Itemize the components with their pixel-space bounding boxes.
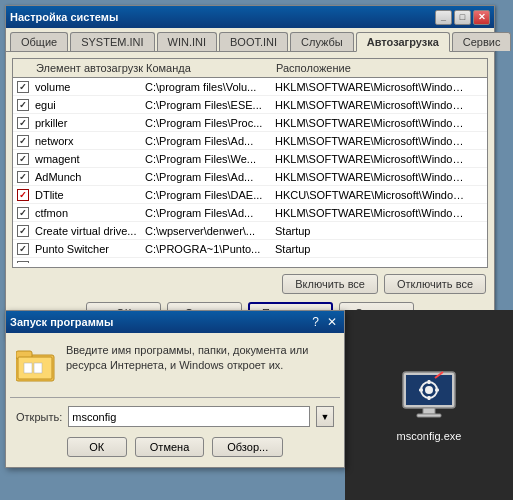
system-config-window: Настройка системы _ □ ✕ Общие SYSTEM.INI… — [5, 5, 495, 339]
table-row[interactable]: volumeC:\program files\Volu...HKLM\SOFTW… — [13, 78, 487, 96]
checkbox-icon — [17, 207, 29, 219]
run-divider — [10, 397, 340, 398]
tab-bar: Общие SYSTEM.INI WIN.INI BOOT.INI Службы… — [6, 28, 494, 52]
minimize-button[interactable]: _ — [435, 10, 452, 25]
table-row[interactable]: Create virtual drive...C:\wpserver\denwe… — [13, 222, 487, 240]
row-checkbox[interactable] — [13, 135, 33, 147]
row-checkbox[interactable] — [13, 81, 33, 93]
row-name: networx — [33, 134, 143, 148]
table-header: Элемент автозагрузки Команда Расположени… — [13, 59, 487, 78]
checkbox-icon — [17, 153, 29, 165]
tab-boot-ini[interactable]: BOOT.INI — [219, 32, 288, 51]
startup-table: Элемент автозагрузки Команда Расположени… — [12, 58, 488, 268]
content-area: Элемент автозагрузки Команда Расположени… — [6, 52, 494, 338]
row-checkbox[interactable] — [13, 207, 33, 219]
run-cancel-button[interactable]: Отмена — [135, 437, 204, 457]
row-name: AdMunch — [33, 170, 143, 184]
tab-services[interactable]: Службы — [290, 32, 354, 51]
row-name: egui — [33, 98, 143, 112]
row-checkbox[interactable] — [13, 189, 33, 201]
tab-general[interactable]: Общие — [10, 32, 68, 51]
maximize-button[interactable]: □ — [454, 10, 471, 25]
row-command: C:\PROGRA~1\Punto... — [143, 242, 273, 256]
row-command: C:\Program Files\DAE... — [143, 188, 273, 202]
run-close-icon[interactable]: ✕ — [324, 315, 340, 329]
row-name: ctfmon — [33, 260, 143, 264]
checkbox-icon — [17, 243, 29, 255]
tab-tools[interactable]: Сервис — [452, 32, 512, 51]
open-dropdown-arrow[interactable]: ▼ — [316, 406, 334, 427]
run-folder-icon — [16, 347, 56, 387]
title-bar-buttons: _ □ ✕ — [435, 10, 490, 25]
checkbox-icon — [17, 171, 29, 183]
row-name: Punto Switcher — [33, 242, 143, 256]
row-command: C:\Program Files\We... — [143, 152, 273, 166]
run-title-icons: ? ✕ — [309, 315, 340, 329]
row-location: Startup — [273, 242, 468, 256]
table-row[interactable]: ctfmonC:\WINDOWS\system...SOFTWARE\Micro… — [13, 258, 487, 263]
row-checkbox[interactable] — [13, 225, 33, 237]
tab-win-ini[interactable]: WIN.INI — [157, 32, 218, 51]
table-row[interactable]: DTliteC:\Program Files\DAE...HKCU\SOFTWA… — [13, 186, 487, 204]
enable-all-button[interactable]: Включить все — [282, 274, 378, 294]
row-location: HKLM\SOFTWARE\Microsoft\Windows\CurrentV… — [273, 206, 468, 220]
run-content: Введите имя программы, папки, документа … — [6, 333, 344, 397]
table-row[interactable]: AdMunchC:\Program Files\Ad...HKLM\SOFTWA… — [13, 168, 487, 186]
run-title-bar: Запуск программы ? ✕ — [6, 311, 344, 333]
row-command: C:\Program Files\ESE... — [143, 98, 273, 112]
svg-rect-3 — [24, 363, 32, 373]
row-location: HKLM\SOFTWARE\Microsoft\Windows\CurrentV… — [273, 170, 468, 184]
col-header-cmd: Команда — [143, 61, 273, 75]
checkbox-icon — [17, 189, 29, 201]
run-ok-button[interactable]: ОК — [67, 437, 127, 457]
run-description: Введите имя программы, папки, документа … — [66, 343, 334, 374]
row-checkbox[interactable] — [13, 171, 33, 183]
svg-rect-14 — [435, 389, 439, 392]
disable-all-button[interactable]: Отключить все — [384, 274, 486, 294]
dark-side-panel: msconfig.exe — [345, 310, 513, 500]
row-location: HKLM\SOFTWARE\Microsoft\Windows\CurrentV… — [273, 134, 468, 148]
run-dialog: Запуск программы ? ✕ Введите имя програм… — [5, 310, 345, 468]
open-label: Открыть: — [16, 411, 62, 423]
row-location: SOFTWARE\Microsoft\Windows\CurrentVersio… — [273, 260, 468, 264]
row-name: ctfmon — [33, 206, 143, 220]
msconfig-exe-label: msconfig.exe — [397, 430, 462, 442]
row-command: C:\Program Files\Ad... — [143, 170, 273, 184]
row-checkbox[interactable] — [13, 261, 33, 264]
close-button[interactable]: ✕ — [473, 10, 490, 25]
row-location: HKCU\SOFTWARE\Microsoft\Windows\CurrentV… — [273, 188, 468, 202]
run-browse-button[interactable]: Обзор... — [212, 437, 283, 457]
tab-startup[interactable]: Автозагрузка — [356, 32, 450, 52]
row-checkbox[interactable] — [13, 153, 33, 165]
table-row[interactable]: networxC:\Program Files\Ad...HKLM\SOFTWA… — [13, 132, 487, 150]
row-location: HKLM\SOFTWARE\Microsoft\Windows\CurrentV… — [273, 98, 468, 112]
checkbox-icon — [17, 261, 29, 264]
msconfig-icon — [401, 368, 457, 424]
table-row[interactable]: prkillerC:\Program Files\Proc...HKLM\SOF… — [13, 114, 487, 132]
row-checkbox[interactable] — [13, 243, 33, 255]
table-row[interactable]: wmagentC:\Program Files\We...HKLM\SOFTWA… — [13, 150, 487, 168]
row-checkbox[interactable] — [13, 117, 33, 129]
open-input[interactable] — [68, 406, 310, 427]
row-checkbox[interactable] — [13, 99, 33, 111]
table-row[interactable]: Punto SwitcherC:\PROGRA~1\Punto...Startu… — [13, 240, 487, 258]
svg-rect-13 — [419, 389, 423, 392]
table-row[interactable]: ctfmonC:\Program Files\Ad...HKLM\SOFTWAR… — [13, 204, 487, 222]
checkbox-icon — [17, 225, 29, 237]
table-body: volumeC:\program files\Volu...HKLM\SOFTW… — [13, 78, 487, 263]
run-help-icon[interactable]: ? — [309, 315, 322, 329]
row-location: HKLM\SOFTWARE\Microsoft\Windows\CurrentV… — [273, 152, 468, 166]
table-row[interactable]: eguiC:\Program Files\ESE...HKLM\SOFTWARE… — [13, 96, 487, 114]
window-title: Настройка системы — [10, 11, 118, 23]
svg-rect-4 — [34, 363, 42, 373]
checkbox-icon — [17, 117, 29, 129]
row-command: C:\program files\Volu... — [143, 80, 273, 94]
svg-rect-12 — [428, 396, 431, 400]
row-name: DTlite — [33, 188, 143, 202]
row-location: HKLM\SOFTWARE\Microsoft\Windows\CurrentV… — [273, 80, 468, 94]
row-command: C:\WINDOWS\system... — [143, 260, 273, 264]
row-command: C:\Program Files\Ad... — [143, 134, 273, 148]
col-header-name: Элемент автозагрузки — [33, 61, 143, 75]
row-command: C:\Program Files\Ad... — [143, 206, 273, 220]
tab-system-ini[interactable]: SYSTEM.INI — [70, 32, 154, 51]
